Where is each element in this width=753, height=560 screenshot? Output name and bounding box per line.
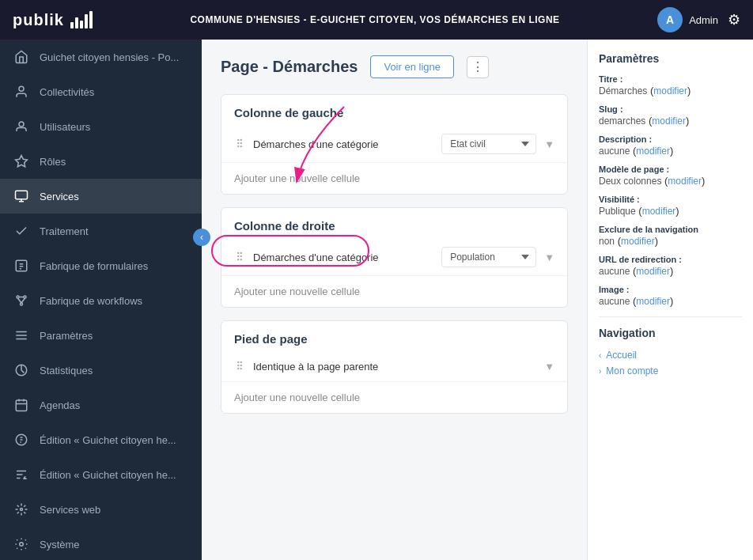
bar4	[85, 14, 88, 28]
sidebar-item-collectivites[interactable]: Collectivités	[0, 74, 202, 109]
svg-point-25	[20, 543, 24, 547]
param-description: Description : aucune (modifier)	[599, 133, 742, 157]
param-slug-modifier[interactable]: modifier	[652, 115, 686, 127]
topbar: publik COMMUNE D'HENSIES - E-GUICHET CIT…	[0, 0, 753, 40]
param-titre: Titre : Démarches (modifier)	[599, 73, 742, 96]
cell-name: Démarches d'une catégorie	[253, 252, 433, 263]
section-colonne-droite: Colonne de droite Démarches d'une catégo…	[221, 207, 568, 308]
param-modele-modifier[interactable]: modifier	[668, 176, 702, 187]
bar5	[89, 11, 93, 28]
cell-row: Identique à la page parente ▼	[221, 352, 567, 382]
sidebar-item-fabrique-workflows[interactable]: Fabrique de workflows	[0, 283, 202, 318]
svg-point-36	[240, 255, 241, 256]
sidebar-item-label-services-web: Services web	[40, 504, 100, 516]
param-url-modifier[interactable]: modifier	[636, 266, 670, 277]
voir-en-ligne-button[interactable]: Voir en ligne	[370, 55, 454, 78]
param-vis-value: Publique	[599, 206, 636, 217]
param-excl-modifier[interactable]: modifier	[621, 236, 655, 247]
sidebar-item-guichet[interactable]: Guichet citoyen hensies - Po...	[0, 40, 202, 74]
svg-point-41	[240, 361, 241, 362]
sidebar-item-label-roles: Rôles	[40, 156, 66, 168]
page-header: Page - Démarches Voir en ligne ⋮	[221, 55, 568, 78]
nav-item-1[interactable]: › Mon compte	[599, 363, 742, 379]
param-modele-label: Modèle de page :	[599, 165, 669, 174]
drag-handle[interactable]	[234, 138, 245, 151]
cell-select-1-0[interactable]: Etat civilPopulationUrbanisme	[441, 247, 536, 267]
param-desc-label: Description :	[599, 134, 652, 144]
sidebar-collapse-button[interactable]: ‹	[193, 229, 210, 246]
drag-handle[interactable]	[234, 360, 245, 373]
bar2	[75, 17, 78, 28]
sidebar-item-traitement[interactable]: Traitement	[0, 214, 202, 248]
cell-chevron: ▼	[544, 252, 554, 263]
statistiques-icon	[13, 361, 30, 379]
svg-point-0	[19, 86, 24, 91]
param-desc-modifier[interactable]: modifier	[636, 146, 670, 157]
nav-item-label-0: Accueil	[606, 350, 637, 361]
sidebar-item-label-traitement: Traitement	[40, 225, 89, 237]
sidebar-item-services-web[interactable]: Services web	[0, 492, 202, 527]
utilisateurs-icon	[13, 118, 30, 135]
drag-handle[interactable]	[234, 251, 245, 264]
section-title: Pied de page	[221, 321, 567, 352]
bar3	[80, 21, 83, 28]
sidebar-item-label-collectivites: Collectivités	[40, 86, 94, 98]
param-modele-value: Deux colonnes	[599, 176, 661, 187]
sidebar-item-label-edition-guichet-1: Édition « Guichet citoyen he...	[40, 434, 176, 446]
user-name: Admin	[689, 14, 718, 26]
ajouter-cellule-link[interactable]: Ajouter une nouvelle cellule	[221, 163, 567, 194]
ajouter-cellule-link[interactable]: Ajouter une nouvelle cellule	[221, 382, 567, 413]
services-web-icon	[13, 501, 30, 518]
param-image: Image : aucune (modifier)	[599, 283, 742, 307]
page-editor: Page - Démarches Voir en ligne ⋮ Colonne…	[202, 40, 587, 560]
sidebar-item-systeme[interactable]: Système	[0, 527, 202, 560]
sidebar: Guichet citoyen hensies - Po... Collecti…	[0, 40, 202, 560]
sidebar-item-label-services: Services	[40, 191, 79, 202]
page-title: Page - Démarches	[221, 58, 358, 76]
fabrique-workflows-icon	[13, 292, 30, 309]
svg-point-43	[240, 369, 241, 369]
sidebar-item-fabrique-formulaires[interactable]: Fabrique de formulaires	[0, 248, 202, 283]
sidebar-item-edition-guichet-2[interactable]: Édition « Guichet citoyen he...	[0, 457, 202, 492]
section-title: Colonne de gauche	[221, 95, 567, 126]
svg-point-37	[240, 259, 241, 259]
svg-point-27	[238, 142, 239, 143]
sidebar-item-label-agendas: Agendas	[40, 399, 80, 411]
param-vis-label: Visibilité :	[599, 195, 640, 204]
sidebar-item-statistiques[interactable]: Statistiques	[0, 353, 202, 388]
param-modele: Modèle de page : Deux colonnes (modifier…	[599, 163, 742, 187]
systeme-icon	[13, 535, 30, 553]
panel-divider	[599, 316, 742, 317]
nav-item-0[interactable]: ‹ Accueil	[599, 347, 742, 363]
cell-row: Démarches d'une catégorie Etat civilPopu…	[221, 126, 567, 163]
section-title: Colonne de droite	[221, 208, 567, 239]
cell-select-0-0[interactable]: Etat civilPopulationUrbanisme	[441, 134, 536, 154]
param-slug: Slug : demarches (modifier)	[599, 103, 742, 127]
param-img-modifier[interactable]: modifier	[636, 296, 670, 307]
svg-point-39	[238, 365, 239, 365]
sidebar-item-services[interactable]: Services	[0, 179, 202, 214]
svg-point-24	[21, 509, 23, 511]
settings-icon[interactable]: ⚙	[728, 11, 740, 28]
user-info[interactable]: A Admin	[657, 7, 718, 32]
sidebar-item-agendas[interactable]: Agendas	[0, 388, 202, 422]
sidebar-item-roles[interactable]: Rôles	[0, 144, 202, 179]
agendas-icon	[13, 396, 30, 414]
nav-item-label-1: Mon compte	[606, 365, 658, 376]
right-panel: Paramètres Titre : Démarches (modifier) …	[587, 40, 753, 560]
ajouter-cellule-link[interactable]: Ajouter une nouvelle cellule	[221, 276, 567, 307]
sidebar-item-parametres[interactable]: Paramètres	[0, 318, 202, 353]
param-vis-modifier[interactable]: modifier	[642, 206, 676, 217]
sidebar-item-label-fabrique-workflows: Fabrique de workflows	[40, 295, 142, 307]
param-img-label: Image :	[599, 285, 630, 294]
nav-chevron-1: ›	[599, 367, 601, 376]
param-titre-modifier[interactable]: modifier	[653, 85, 687, 96]
svg-line-14	[21, 298, 25, 303]
more-options-button[interactable]: ⋮	[467, 56, 489, 78]
edition-guichet-2-icon	[13, 466, 30, 483]
sidebar-item-edition-guichet-1[interactable]: Édition « Guichet citoyen he...	[0, 422, 202, 457]
sidebar-item-utilisateurs[interactable]: Utilisateurs	[0, 109, 202, 144]
section-colonne-gauche: Colonne de gauche Démarches d'une catégo…	[221, 94, 568, 195]
svg-point-33	[238, 255, 239, 256]
services-icon	[13, 187, 30, 205]
